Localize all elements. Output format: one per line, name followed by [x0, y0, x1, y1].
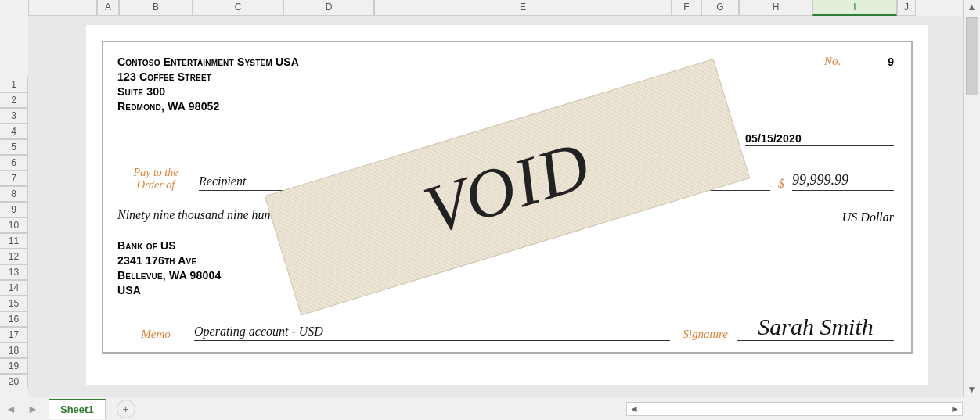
column-header-bar: A B C D E F G H I J — [0, 0, 916, 16]
memo-label: Memo — [117, 328, 194, 341]
amount-numeric-field[interactable]: 99,999.99 — [792, 172, 894, 191]
check-template: Contoso Entertainment System USA 123 Cof… — [102, 41, 913, 354]
dollar-sign: $ — [778, 177, 784, 191]
payer-addr2: Suite 300 — [117, 84, 299, 99]
scroll-thumb[interactable] — [966, 17, 978, 95]
col-header-e[interactable]: E — [374, 0, 672, 16]
pay-to-order-label: Pay to the Order of — [117, 167, 194, 191]
check-number-value[interactable]: 9 — [888, 56, 894, 68]
row-header[interactable]: 17 — [0, 327, 28, 343]
payer-addr3: Redmond, WA 98052 — [117, 99, 299, 114]
payee-field[interactable]: Recipient — [199, 174, 770, 191]
row-header[interactable]: 7 — [0, 171, 28, 186]
bank-addr3: USA — [117, 283, 894, 298]
memo-field[interactable]: Operating account - USD — [194, 325, 670, 341]
bank-addr1: 2341 176th Ave — [117, 253, 894, 268]
bank-block: Bank of US 2341 176th Ave Bellevue, WA 9… — [117, 239, 894, 298]
select-all-corner[interactable] — [0, 0, 28, 16]
date-label: Date — [707, 131, 730, 147]
col-header-g[interactable]: G — [701, 0, 739, 16]
tab-nav-next-icon[interactable]: ► — [27, 403, 39, 415]
signature-label: Signature — [683, 328, 728, 341]
col-gap — [28, 0, 97, 16]
col-header-d[interactable]: D — [283, 0, 374, 16]
row-header[interactable]: 14 — [0, 280, 28, 296]
row-header[interactable]: 2 — [0, 92, 28, 108]
bank-addr2: Bellevue, WA 98004 — [117, 268, 894, 283]
check-number-label: No. — [824, 55, 841, 68]
pay-to-line1: Pay to the — [117, 167, 194, 178]
amount-words-field[interactable]: Ninety nine thousand nine hundred ninety… — [117, 208, 831, 224]
add-sheet-button[interactable]: + — [117, 400, 135, 418]
row-header[interactable]: 9 — [0, 202, 28, 217]
col-header-h[interactable]: H — [739, 0, 812, 16]
print-area: Contoso Entertainment System USA 123 Cof… — [86, 25, 928, 385]
payer-block: Contoso Entertainment System USA 123 Cof… — [117, 55, 299, 114]
row-header[interactable]: 1 — [0, 77, 28, 92]
tab-nav-prev-icon[interactable]: ◄ — [5, 403, 17, 415]
col-header-a[interactable]: A — [97, 0, 119, 16]
scroll-track[interactable] — [966, 17, 978, 379]
row-header[interactable]: 18 — [0, 343, 28, 358]
bank-name: Bank of US — [117, 239, 894, 253]
row-header[interactable]: 4 — [0, 124, 28, 139]
row-header[interactable]: 6 — [0, 155, 28, 171]
payer-addr1: 123 Coffee Street — [117, 70, 299, 84]
plus-icon: + — [123, 403, 129, 415]
col-header-f[interactable]: F — [672, 0, 701, 16]
col-header-c[interactable]: C — [193, 0, 283, 16]
row-header[interactable]: 5 — [0, 139, 28, 155]
col-header-j[interactable]: J — [897, 0, 916, 16]
row-header[interactable]: 20 — [0, 374, 28, 389]
scroll-right-icon[interactable]: ► — [948, 403, 962, 415]
row-header[interactable]: 19 — [0, 358, 28, 374]
row-header[interactable]: 8 — [0, 186, 28, 202]
row-header[interactable]: 12 — [0, 249, 28, 264]
payer-name: Contoso Entertainment System USA — [117, 55, 299, 70]
col-header-b[interactable]: B — [119, 0, 193, 16]
scroll-down-icon[interactable]: ▼ — [965, 382, 979, 397]
currency-label: US Dollar — [842, 210, 894, 224]
signature-field[interactable]: Sarah Smith — [737, 314, 894, 341]
scroll-left-icon[interactable]: ◄ — [627, 403, 641, 415]
vertical-scrollbar[interactable]: ▲ ▼ — [963, 0, 980, 397]
row-header[interactable]: 16 — [0, 311, 28, 327]
row-header-bar: 1 2 3 4 5 6 7 8 9 10 11 12 13 14 15 16 1… — [0, 16, 28, 389]
worksheet-grid[interactable]: Contoso Entertainment System USA 123 Cof… — [28, 16, 963, 397]
row-header[interactable]: 10 — [0, 217, 28, 233]
row-header[interactable]: 11 — [0, 233, 28, 249]
col-header-i[interactable]: I — [812, 0, 897, 16]
horizontal-scrollbar[interactable]: ◄ ► — [626, 402, 963, 416]
date-value[interactable]: 05/15/2020 — [745, 131, 894, 147]
row-header[interactable]: 13 — [0, 264, 28, 280]
row-header[interactable]: 3 — [0, 108, 28, 124]
sheet-tab-sheet1[interactable]: Sheet1 — [49, 399, 106, 419]
scroll-up-icon[interactable]: ▲ — [965, 0, 979, 14]
sheet-tab-bar: ◄ ► Sheet1 + ◄ ► — [0, 397, 980, 420]
row-header[interactable]: 15 — [0, 296, 28, 311]
pay-to-line2: Order of — [117, 179, 194, 191]
